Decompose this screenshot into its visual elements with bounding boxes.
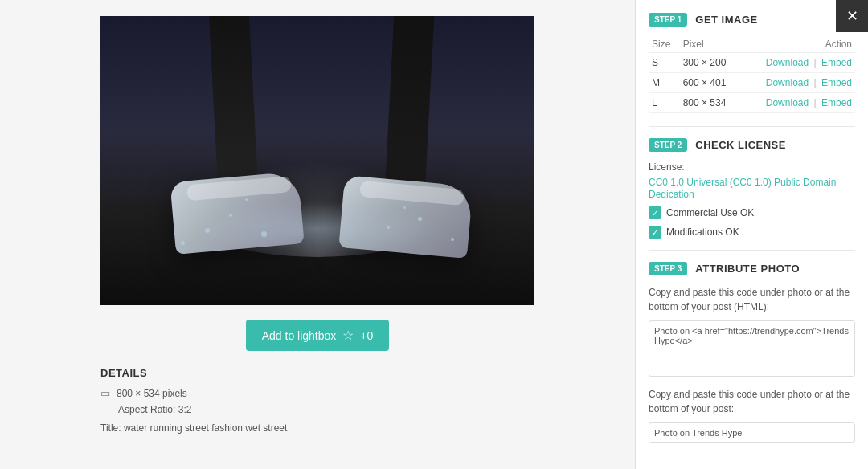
size-cell: M xyxy=(649,73,680,93)
embed-link[interactable]: Embed xyxy=(821,97,852,108)
star-icon: ☆ xyxy=(342,328,354,343)
col-action: Action xyxy=(741,36,855,53)
license-link[interactable]: CC0 1.0 Universal (CC0 1.0) Public Domai… xyxy=(649,177,836,200)
download-link[interactable]: Download xyxy=(766,57,809,68)
divider-2 xyxy=(649,250,855,251)
step2-title: CHECK LICENSE xyxy=(695,139,786,151)
separator: | xyxy=(814,77,817,88)
download-link[interactable]: Download xyxy=(766,97,809,108)
step1-title: GET IMAGE xyxy=(695,14,757,26)
main-container: Add to lightbox ☆ +0 DETAILS ▭ 800 × 534… xyxy=(0,0,868,469)
modifications-checkbox: ✓ xyxy=(649,226,661,239)
step3-badge: STEP 3 xyxy=(649,262,687,275)
pixel-cell: 600 × 401 xyxy=(680,73,741,93)
details-title: DETAILS xyxy=(100,367,534,379)
col-size: Size xyxy=(649,36,680,53)
add-to-lightbox-label: Add to lightbox xyxy=(262,329,337,342)
embed-link[interactable]: Embed xyxy=(821,77,852,88)
action-cell: Download | Embed xyxy=(741,73,855,93)
size-cell: L xyxy=(649,93,680,113)
image-size-table: Size Pixel Action S 300 × 200 Download |… xyxy=(649,36,855,113)
action-cell: Download | Embed xyxy=(741,53,855,73)
license-label: License: xyxy=(649,161,855,173)
attr-desc-1: Copy and paste this code under photo or … xyxy=(649,285,855,314)
embed-link[interactable]: Embed xyxy=(821,57,852,68)
commercial-use-row: ✓ Commercial Use OK xyxy=(649,206,855,219)
pixel-cell: 800 × 534 xyxy=(680,93,741,113)
table-row: L 800 × 534 Download | Embed xyxy=(649,93,855,113)
separator: | xyxy=(814,57,817,68)
divider-1 xyxy=(649,126,855,127)
dimension-row: ▭ 800 × 534 pixels xyxy=(100,385,534,402)
add-to-lightbox-button[interactable]: Add to lightbox ☆ +0 xyxy=(246,320,390,351)
step1-badge: STEP 1 xyxy=(649,13,687,27)
right-panel: STEP 1 GET IMAGE Size Pixel Action S 300… xyxy=(635,0,868,469)
close-button[interactable]: ✕ xyxy=(836,0,868,32)
table-row: M 600 × 401 Download | Embed xyxy=(649,73,855,93)
modifications-ok-row: ✓ Modifications OK xyxy=(649,226,855,239)
pixel-cell: 300 × 200 xyxy=(680,53,741,73)
step1-header: STEP 1 GET IMAGE xyxy=(649,13,855,27)
attr-html-textarea[interactable]: Photo on <a href="https://trendhype.com"… xyxy=(649,320,855,377)
download-link[interactable]: Download xyxy=(766,77,809,88)
title-text: Title: water running street fashion wet … xyxy=(100,421,287,436)
attr-text-input[interactable] xyxy=(649,422,855,443)
step2-header: STEP 2 CHECK LICENSE xyxy=(649,138,855,152)
count-badge: +0 xyxy=(360,329,373,342)
title-row: Title: water running street fashion wet … xyxy=(100,421,534,436)
attr-desc-2: Copy and paste this code under photo or … xyxy=(649,387,855,416)
modifications-label: Modifications OK xyxy=(666,226,739,238)
aspect-ratio-row: Aspect Ratio: 3:2 xyxy=(100,402,534,418)
dimension-icon: ▭ xyxy=(100,385,110,402)
commercial-use-checkbox: ✓ xyxy=(649,206,661,219)
action-cell: Download | Embed xyxy=(741,93,855,113)
size-cell: S xyxy=(649,53,680,73)
col-pixel: Pixel xyxy=(680,36,741,53)
aspect-ratio-text: Aspect Ratio: 3:2 xyxy=(118,402,191,418)
table-row: S 300 × 200 Download | Embed xyxy=(649,53,855,73)
separator: | xyxy=(814,97,817,108)
left-panel: Add to lightbox ☆ +0 DETAILS ▭ 800 × 534… xyxy=(0,0,635,469)
details-section: DETAILS ▭ 800 × 534 pixels Aspect Ratio:… xyxy=(100,367,534,436)
step2-badge: STEP 2 xyxy=(649,138,687,152)
commercial-use-label: Commercial Use OK xyxy=(666,207,754,218)
close-icon: ✕ xyxy=(846,7,858,25)
photo-container xyxy=(100,16,534,305)
dimensions-text: 800 × 534 pixels xyxy=(117,386,187,402)
photo-image xyxy=(100,16,534,305)
step3-title: ATTRIBUTE PHOTO xyxy=(695,263,800,275)
step3-header: STEP 3 ATTRIBUTE PHOTO xyxy=(649,262,855,275)
